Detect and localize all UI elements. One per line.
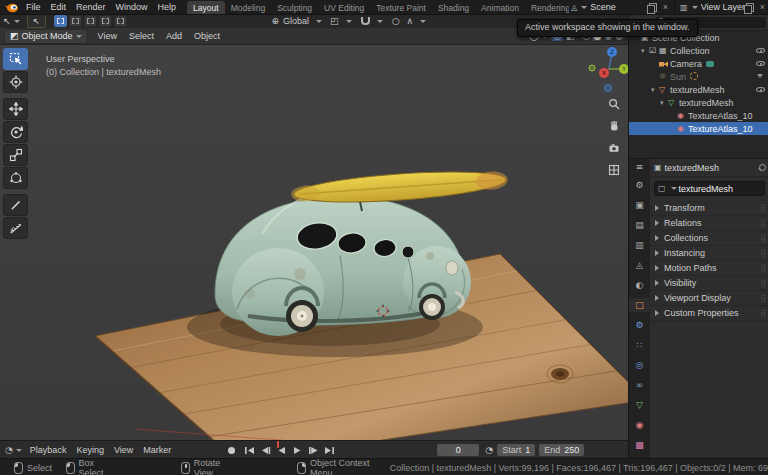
blender-logo-icon[interactable]: [4, 2, 19, 13]
move-tool-icon[interactable]: [3, 98, 28, 120]
play-button[interactable]: [290, 444, 305, 456]
topbar-menu-item[interactable]: Window: [111, 2, 153, 12]
timeline-menu-item[interactable]: View: [109, 445, 138, 455]
pan-hand-icon[interactable]: [606, 118, 622, 134]
orientation-dropdown[interactable]: Global: [283, 16, 309, 26]
set[interactable]: [54, 15, 67, 27]
topbar-menu-item[interactable]: Edit: [46, 2, 72, 12]
invert[interactable]: [99, 15, 112, 27]
workspace-tab[interactable]: Modeling: [225, 1, 272, 14]
workspace-tab[interactable]: Animation: [475, 1, 525, 14]
properties-tab[interactable]: [629, 358, 650, 372]
scale-tool-icon[interactable]: [3, 144, 28, 166]
active-tool-selector[interactable]: ↖: [0, 16, 23, 26]
properties-tab[interactable]: [629, 218, 650, 232]
properties-tab[interactable]: [629, 438, 650, 452]
properties-tab[interactable]: [629, 378, 650, 392]
jump-to-start-button[interactable]: [242, 444, 257, 456]
object-name-field[interactable]: ▢ texturedMesh: [654, 181, 765, 196]
navigation-gizmo[interactable]: Z Y X: [585, 46, 628, 94]
properties-tab[interactable]: [629, 298, 650, 312]
outliner-row[interactable]: Camera: [629, 57, 768, 70]
properties-section-header[interactable]: Relations ⣿: [650, 216, 768, 231]
properties-tab[interactable]: [629, 338, 650, 352]
outliner-row[interactable]: TextureAtlas_10: [629, 122, 768, 135]
properties-tab[interactable]: [629, 258, 650, 272]
measure-tool-icon[interactable]: [3, 217, 28, 239]
visibility-toggle-icon[interactable]: [756, 85, 765, 96]
workspace-tab[interactable]: Layout: [187, 1, 225, 14]
properties-tab[interactable]: [629, 278, 650, 292]
new-view-layer-icon[interactable]: [746, 3, 754, 12]
unlink-scene-button[interactable]: ×: [660, 2, 671, 12]
tweak-tool-button[interactable]: ↖: [27, 14, 46, 28]
properties-tab[interactable]: [629, 198, 650, 212]
visibility-toggle-icon[interactable]: [756, 46, 765, 57]
timeline-menu-item[interactable]: Marker: [138, 445, 176, 455]
rotate-tool-icon[interactable]: [3, 121, 28, 143]
timeline-menu-item[interactable]: Playback: [25, 445, 72, 455]
pivot-point-icon[interactable]: ◰: [330, 16, 339, 26]
workspace-tab[interactable]: UV Editing: [318, 1, 370, 14]
3d-viewport[interactable]: User Perspective (0) Collection | textur…: [0, 44, 628, 440]
collection-checkbox-icon[interactable]: [649, 46, 659, 55]
visibility-toggle-icon[interactable]: [756, 59, 765, 70]
outliner-row[interactable]: Sun: [629, 70, 768, 83]
intersect[interactable]: [114, 15, 127, 27]
properties-section-header[interactable]: Transform ⣿: [650, 201, 768, 216]
outliner-row[interactable]: texturedMesh: [629, 96, 768, 109]
viewport-menu-item[interactable]: Select: [123, 31, 160, 41]
properties-section-header[interactable]: Viewport Display ⣿: [650, 291, 768, 306]
workspace-tab[interactable]: Sculpting: [271, 1, 318, 14]
extend[interactable]: [69, 15, 82, 27]
proportional-editing-icon[interactable]: ○: [392, 16, 400, 26]
timeline-editor-type-button[interactable]: ◔: [0, 445, 25, 455]
breadcrumb-object-name[interactable]: texturedMesh: [665, 163, 720, 173]
viewport-menu-item[interactable]: Object: [188, 31, 226, 41]
timeline-menu-item[interactable]: Keying: [71, 445, 109, 455]
pin-icon[interactable]: [758, 164, 765, 171]
frame-start-field[interactable]: Start 1: [497, 444, 535, 456]
properties-tab[interactable]: [629, 398, 650, 412]
workspace-tab[interactable]: Shading: [432, 1, 475, 14]
visibility-toggle-icon[interactable]: [756, 72, 765, 83]
viewport-menu-item[interactable]: View: [92, 31, 123, 41]
topbar-menu-item[interactable]: File: [21, 2, 46, 12]
new-scene-icon[interactable]: [649, 3, 657, 12]
current-frame-field[interactable]: 0: [437, 444, 479, 456]
visibility-toggle-icon[interactable]: [756, 111, 765, 122]
view-layer-selector[interactable]: ▥ View Layer ×: [680, 1, 768, 13]
visibility-toggle-icon[interactable]: [756, 98, 765, 109]
properties-tab[interactable]: [629, 238, 650, 252]
mode-selector[interactable]: ◩ Object Mode: [4, 29, 88, 44]
workspace-tab[interactable]: Texture Paint: [370, 1, 432, 14]
select-box-tool-icon[interactable]: [3, 48, 28, 70]
properties-tab[interactable]: [629, 178, 650, 192]
falloff-curve-icon[interactable]: ∧: [406, 16, 413, 26]
properties-tab[interactable]: [629, 418, 650, 432]
disclosure-caret-icon[interactable]: [660, 99, 668, 107]
snap-magnet-icon[interactable]: [361, 17, 370, 25]
auto-keying-record-icon[interactable]: [228, 447, 235, 454]
subtract[interactable]: [84, 15, 97, 27]
timeline-playhead[interactable]: [277, 441, 279, 448]
zoom-icon[interactable]: [606, 96, 622, 112]
topbar-menu-item[interactable]: Help: [153, 2, 182, 12]
jump-to-end-button[interactable]: [322, 444, 337, 456]
camera-view-icon[interactable]: [606, 140, 622, 156]
next-keyframe-button[interactable]: [306, 444, 321, 456]
properties-section-header[interactable]: Custom Properties ⣿: [650, 306, 768, 321]
topbar-menu-item[interactable]: Render: [71, 2, 111, 12]
scene-selector[interactable]: ◬ Scene ×: [571, 1, 671, 13]
properties-section-header[interactable]: Motion Paths ⣿: [650, 261, 768, 276]
properties-section-header[interactable]: Instancing ⣿: [650, 246, 768, 261]
cursor-tool-icon[interactable]: [3, 71, 28, 93]
remove-view-layer-button[interactable]: ×: [757, 2, 768, 12]
disclosure-caret-icon[interactable]: [651, 86, 659, 94]
properties-tab[interactable]: [629, 318, 650, 332]
visibility-toggle-icon[interactable]: [756, 124, 765, 135]
annotate-tool-icon[interactable]: [3, 194, 28, 216]
frame-end-field[interactable]: End 250: [539, 444, 584, 456]
previous-keyframe-button[interactable]: [258, 444, 273, 456]
properties-section-header[interactable]: Collections ⣿: [650, 231, 768, 246]
